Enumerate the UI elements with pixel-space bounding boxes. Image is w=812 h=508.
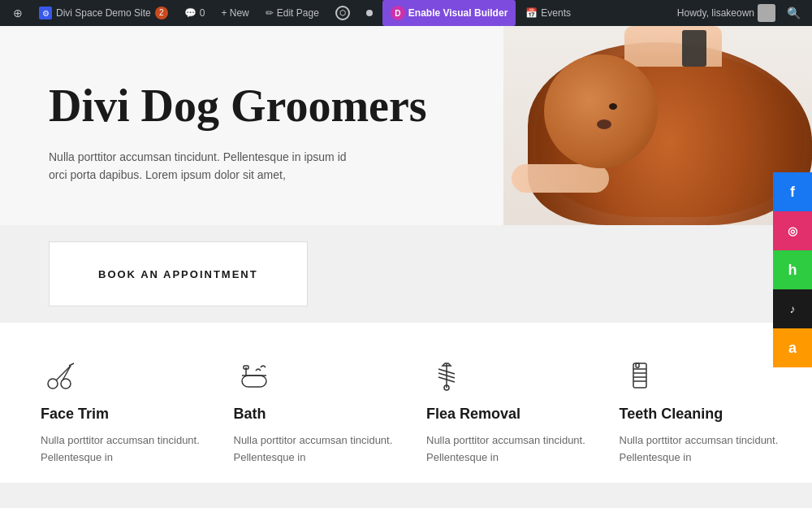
admin-bar-right: Howdy, lisakeown 🔍: [671, 4, 806, 22]
enable-vb-label: Enable Visual Builder: [408, 7, 508, 19]
scissors-icon: [41, 355, 81, 396]
enable-visual-builder-item[interactable]: D Enable Visual Builder: [382, 0, 516, 26]
hero-text: Divi Dog Groomers Nulla porttitor accums…: [0, 26, 503, 225]
book-appointment-section: BOOK AN APPOINTMENT: [0, 225, 812, 323]
book-appointment-wrapper: BOOK AN APPOINTMENT: [49, 241, 308, 306]
status-dot-item[interactable]: [360, 0, 379, 26]
status-dot-icon: [366, 10, 373, 16]
houzz-icon: h: [788, 262, 797, 279]
divi-d-badge: D: [391, 6, 405, 20]
site-name-label: Divi Space Demo Site: [56, 7, 151, 19]
events-item[interactable]: 📅 Events: [519, 0, 577, 26]
service-face-trim: Face Trim Nulla porttitor accumsan tinci…: [41, 355, 201, 467]
teeth-cleaning-title: Teeth Cleaning: [620, 406, 780, 423]
hero-title: Divi Dog Groomers: [49, 81, 471, 132]
search-button[interactable]: 🔍: [782, 7, 806, 20]
tiktok-button[interactable]: ♪: [773, 289, 812, 328]
comments-item[interactable]: 💬 0: [178, 0, 212, 26]
edit-page-label: Edit Page: [277, 7, 319, 19]
events-label: Events: [541, 7, 571, 19]
service-bath: Bath Nulla porttitor accumsan tincidunt.…: [234, 355, 395, 467]
amazon-button[interactable]: a: [773, 328, 812, 367]
divi-icon-item[interactable]: ⬡: [329, 0, 356, 26]
houzz-button[interactable]: h: [773, 250, 812, 289]
bath-icon: [234, 355, 274, 396]
facebook-button[interactable]: f: [773, 172, 812, 211]
flea-removal-desc: Nulla porttitor accumsan tincidunt. Pell…: [426, 432, 587, 467]
bath-desc: Nulla porttitor accumsan tincidunt. Pell…: [234, 432, 395, 467]
comments-icon: 💬: [184, 7, 197, 19]
services-section: Face Trim Nulla porttitor accumsan tinci…: [0, 323, 812, 483]
service-teeth-cleaning: Teeth Cleaning Nulla porttitor accumsan …: [620, 355, 780, 467]
instagram-button[interactable]: ◎: [773, 211, 812, 250]
wordpress-logo[interactable]: ⊕: [6, 2, 29, 24]
comments-count: 0: [200, 7, 205, 19]
site-name-item[interactable]: ⚙ Divi Space Demo Site 2: [32, 0, 175, 26]
social-sidebar: f ◎ h ♪ a: [773, 172, 812, 367]
new-label: + New: [221, 7, 248, 19]
instagram-icon: ◎: [788, 224, 797, 237]
hero-section: Divi Dog Groomers Nulla porttitor accums…: [0, 26, 812, 225]
howdy-item[interactable]: Howdy, lisakeown: [671, 4, 782, 22]
bath-title: Bath: [234, 406, 395, 423]
teeth-icon: [620, 355, 660, 396]
amazon-icon: a: [788, 340, 797, 357]
pencil-icon: ✏: [266, 7, 274, 19]
calendar-icon: 📅: [525, 7, 538, 19]
new-item[interactable]: + New: [214, 0, 255, 26]
howdy-label: Howdy, lisakeown: [677, 7, 754, 19]
book-appointment-button[interactable]: BOOK AN APPOINTMENT: [98, 268, 258, 280]
site-icon: ⚙: [39, 7, 52, 20]
updates-count: 2: [155, 7, 168, 20]
edit-page-item[interactable]: ✏ Edit Page: [259, 0, 326, 26]
svg-rect-5: [242, 376, 266, 387]
flea-removal-title: Flea Removal: [426, 406, 587, 423]
page-content: Divi Dog Groomers Nulla porttitor accums…: [0, 26, 812, 508]
facebook-icon: f: [790, 184, 795, 201]
hero-description: Nulla porttitor accumsan tincidunt. Pell…: [49, 148, 357, 185]
face-trim-desc: Nulla porttitor accumsan tincidunt. Pell…: [41, 432, 201, 467]
wordpress-icon: ⊕: [13, 7, 23, 20]
main-content: Divi Dog Groomers Nulla porttitor accums…: [0, 26, 812, 508]
admin-bar: ⊕ ⚙ Divi Space Demo Site 2 💬 0 + New ✏ E…: [0, 0, 812, 26]
tiktok-icon: ♪: [790, 302, 796, 315]
search-icon: 🔍: [787, 7, 801, 20]
face-trim-title: Face Trim: [41, 406, 201, 423]
teeth-cleaning-desc: Nulla porttitor accumsan tincidunt. Pell…: [620, 432, 780, 467]
svg-rect-19: [636, 363, 639, 367]
hero-image: [503, 26, 812, 225]
service-flea-removal: Flea Removal Nulla porttitor accumsan ti…: [426, 355, 587, 467]
flea-icon: [426, 355, 467, 396]
user-avatar: [758, 4, 775, 22]
svg-line-4: [69, 363, 74, 366]
divi-circle-icon: ⬡: [335, 6, 350, 20]
